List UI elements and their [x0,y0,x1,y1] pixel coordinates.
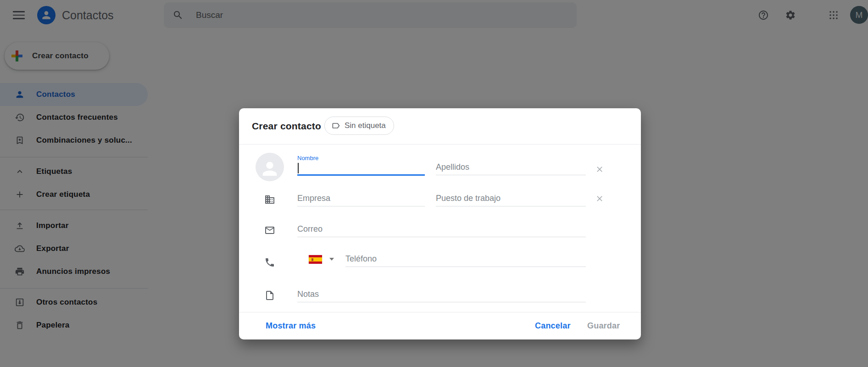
last-name-input[interactable] [436,160,586,175]
contact-avatar-placeholder[interactable] [256,153,284,181]
phone-input[interactable] [345,251,586,267]
label-icon [331,121,340,130]
close-icon[interactable] [595,194,604,203]
save-button[interactable]: Guardar [587,321,620,331]
cancel-button[interactable]: Cancelar [535,321,571,331]
job-title-input[interactable] [436,191,586,206]
show-more-button[interactable]: Mostrar más [266,321,316,331]
dropdown-caret-icon [329,258,334,261]
text-cursor [298,163,299,173]
create-contact-dialog: Crear contacto Sin etiqueta Nombre Mostr… [239,108,641,339]
label-chip-text: Sin etiqueta [345,121,386,130]
phone-icon [264,257,275,268]
email-input[interactable] [297,222,586,237]
company-input[interactable] [297,191,425,206]
label-chip[interactable]: Sin etiqueta [324,117,394,135]
close-icon[interactable] [595,165,604,174]
dialog-title: Crear contacto [252,121,321,132]
country-code-dropdown[interactable] [309,253,337,266]
header-divider [239,144,641,145]
company-icon [264,194,275,205]
spain-flag-icon [309,255,322,264]
notes-input[interactable] [297,287,586,302]
first-name-input[interactable] [297,160,425,176]
dialog-footer: Mostrar más Cancelar Guardar [239,312,641,339]
person-icon [259,158,280,179]
email-icon [264,225,275,236]
notes-icon [264,290,275,301]
